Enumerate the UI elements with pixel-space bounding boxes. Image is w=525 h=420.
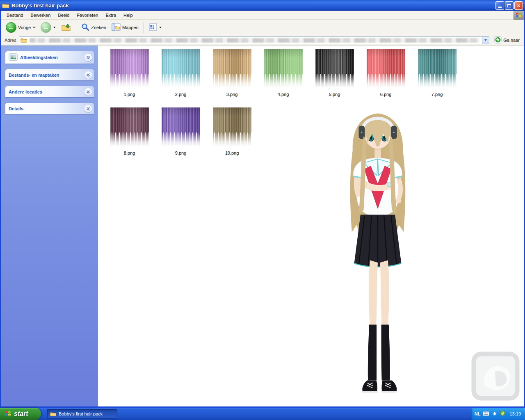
windows-flag-icon [4,410,11,418]
folders-button[interactable]: Mappen [110,22,141,33]
address-bar: Adres Ga [1,35,524,46]
file-item[interactable]: 1.png [104,47,155,106]
section-other-places: Andere locaties [5,86,94,97]
file-name: 10.png [225,151,239,155]
views-icon [149,23,157,32]
details-header[interactable]: Details [5,103,94,114]
folder-content-area: 1.png 2.png 3.png 4.png [98,46,524,406]
search-button[interactable]: Zoeken [79,22,108,33]
address-label: Adres [5,38,16,43]
chevron-down-icon[interactable] [84,54,92,61]
file-name: 8.png [124,151,135,155]
menu-bestand[interactable]: Bestand [3,11,27,19]
folders-icon [112,23,121,32]
explorer-window: Bobby's first hair pack × Bestand Bewerk… [0,0,525,408]
hair-thumbnail[interactable] [264,49,303,88]
taskbar: start Bobby's first hair pack NL [0,408,525,420]
toolbar-separator [144,22,144,33]
file-item[interactable]: 9.png [155,106,206,164]
forward-arrow-icon: → [41,22,51,33]
address-dropdown-button[interactable] [482,37,489,44]
file-name: 7.png [431,92,443,97]
menu-help[interactable]: Help [120,11,137,19]
file-name: 5.png [329,92,340,97]
chevron-down-icon[interactable] [84,105,92,112]
taskbar-task-button[interactable]: Bobby's first hair pack [47,409,117,419]
forward-button[interactable]: → [39,21,58,34]
back-arrow-icon: ← [6,22,16,33]
file-item[interactable]: 4.png [258,47,309,106]
file-name: 4.png [278,92,289,97]
hair-thumbnail[interactable] [418,49,457,88]
menu-extra[interactable]: Extra [102,11,120,19]
clock[interactable]: 13:19 [509,411,521,416]
picture-tasks-header[interactable]: Afbeeldingstaken [5,51,94,64]
windows-logo-icon [513,11,524,20]
section-title: Details [9,106,82,111]
back-button-label: Vorige [18,25,31,30]
section-picture-tasks: Afbeeldingstaken [5,51,94,64]
go-button[interactable]: Ga naar [493,35,521,45]
go-arrow-icon [494,36,502,44]
file-name: 2.png [175,92,187,97]
hair-thumbnail[interactable] [213,107,251,146]
hair-thumbnail[interactable] [367,49,405,88]
file-item[interactable]: 6.png [360,47,411,106]
menu-bewerken[interactable]: Bewerken [27,11,54,19]
file-item[interactable]: 10.png [206,106,258,164]
section-title: Bestands- en maptaken [9,73,82,78]
menu-favorieten[interactable]: Favorieten [73,11,102,19]
file-item[interactable]: 5.png [309,47,360,106]
file-tasks-header[interactable]: Bestands- en maptaken [5,69,94,80]
folder-up-icon [61,23,71,32]
chevron-down-icon[interactable] [84,88,92,96]
search-icon [81,23,89,32]
character-preview-image [323,106,433,406]
back-dropdown-icon[interactable] [33,27,35,28]
up-button[interactable] [59,21,73,34]
address-folder-icon [21,37,27,43]
search-button-label: Zoeken [91,25,106,30]
start-button[interactable]: start [0,408,41,420]
file-grid: 1.png 2.png 3.png 4.png [98,46,510,164]
language-indicator[interactable]: NL [475,411,481,416]
forward-dropdown-icon[interactable] [53,27,56,28]
section-title: Andere locaties [9,89,82,94]
back-button[interactable]: ← Vorige [4,21,37,34]
close-button[interactable]: × [514,1,523,10]
folder-icon [2,2,9,9]
views-button[interactable] [147,22,164,33]
file-item[interactable]: 3.png [206,47,258,106]
picture-tasks-icon [9,53,18,62]
hair-thumbnail[interactable] [110,107,149,146]
folder-watermark-icon [470,350,520,403]
go-button-label: Ga naar [503,38,520,43]
start-button-label: start [14,410,28,418]
keyboard-icon[interactable] [483,411,489,417]
hair-thumbnail[interactable] [315,49,354,88]
other-places-header[interactable]: Andere locaties [5,86,94,97]
hair-thumbnail[interactable] [110,49,149,88]
file-item[interactable]: 2.png [155,47,206,106]
file-name: 3.png [226,92,238,97]
folder-icon [50,411,56,417]
title-bar: Bobby's first hair pack × [0,0,525,11]
hair-thumbnail[interactable] [213,49,251,88]
views-dropdown-icon[interactable] [159,27,162,28]
maximize-button[interactable] [505,1,514,10]
chevron-down-icon[interactable] [84,71,92,79]
minimize-button[interactable] [495,1,504,10]
messenger-icon[interactable] [492,411,498,417]
address-input[interactable] [19,36,490,44]
section-title: Afbeeldingstaken [20,55,82,60]
hair-thumbnail[interactable] [162,107,200,146]
menu-beeld[interactable]: Beeld [54,11,73,19]
desktop-screen: Bobby's first hair pack × Bestand Bewerk… [0,0,525,420]
address-path-blurred [30,38,480,43]
security-shield-icon[interactable] [500,411,505,417]
file-item[interactable]: 8.png [104,106,155,164]
window-body: Afbeeldingstaken Bestands- en maptaken [1,46,524,406]
menu-bar: Bestand Bewerken Beeld Favorieten Extra … [1,11,524,20]
file-item[interactable]: 7.png [411,47,463,106]
hair-thumbnail[interactable] [162,49,200,88]
